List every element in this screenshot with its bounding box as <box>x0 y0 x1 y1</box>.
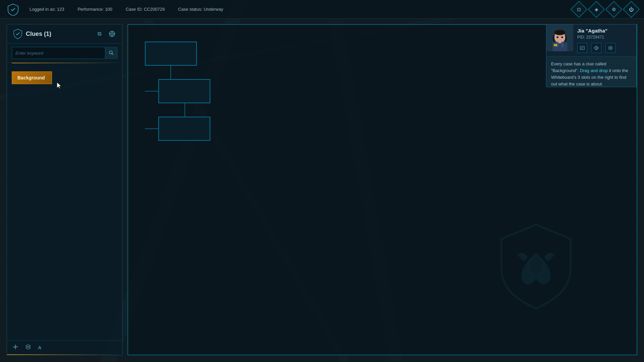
flow-slot-3[interactable] <box>158 117 210 141</box>
avatar-image <box>546 24 573 51</box>
svg-point-27 <box>595 46 598 50</box>
flow-slot-2[interactable] <box>158 79 210 103</box>
info-id-block: Jia "Agatha" PID: 23729471 <box>573 24 636 56</box>
clues-header: Clues (1) ⧉ <box>7 24 122 44</box>
app-logo <box>7 3 19 16</box>
performance-label: Performance: 100 <box>77 7 112 12</box>
logged-in-label: Logged in as: 123 <box>30 7 64 12</box>
info-panel-body: Every case has a clue called "Background… <box>546 57 636 87</box>
clues-list: Background <box>7 67 122 340</box>
svg-point-28 <box>596 47 597 49</box>
clue-label: Background <box>17 75 45 80</box>
gear-button[interactable] <box>591 43 601 53</box>
screen-icon: ⊡ <box>577 7 581 12</box>
exit-icon: ⏻ <box>629 7 634 12</box>
svg-point-18 <box>554 30 565 35</box>
search-box <box>12 47 117 59</box>
clues-header-icons: ⧉ <box>95 29 117 39</box>
info-panel: Jia "Agatha" PID: 23729471 <box>546 24 637 87</box>
clues-bottom-bar: A <box>7 340 122 354</box>
svg-point-19 <box>556 37 558 38</box>
svg-rect-24 <box>580 46 584 50</box>
svg-point-20 <box>561 37 563 38</box>
diamond-button[interactable]: ◈ <box>588 1 605 18</box>
svg-point-1 <box>111 33 113 35</box>
flow-connector-v1 <box>170 66 171 79</box>
svg-point-13 <box>530 257 542 274</box>
flowchart-row-1 <box>145 42 197 66</box>
svg-point-8 <box>111 53 112 54</box>
id-card-button[interactable] <box>577 43 587 53</box>
svg-rect-15 <box>552 42 567 51</box>
text-icon[interactable]: A <box>38 345 42 350</box>
search-input[interactable] <box>12 51 105 56</box>
settings-button[interactable]: ⚙ <box>605 1 623 18</box>
svg-point-35 <box>610 48 611 48</box>
top-bar: Logged in as: 123 Performance: 100 Case … <box>0 0 644 19</box>
info-pid: PID: 23729471 <box>577 35 632 40</box>
filter-settings-button[interactable] <box>107 29 117 39</box>
top-bar-icons: ⊡ ◈ ⚙ ⏻ <box>573 3 637 15</box>
avatar <box>546 24 573 51</box>
search-button[interactable] <box>105 47 117 59</box>
target-button[interactable] <box>605 43 615 53</box>
clues-panel-logo <box>12 28 23 39</box>
layers-icon[interactable] <box>25 344 31 351</box>
shield-watermark <box>489 221 583 314</box>
flow-connector-h2 <box>145 128 158 129</box>
flow-slot-1[interactable] <box>145 42 197 66</box>
copy-button[interactable]: ⧉ <box>95 29 104 39</box>
flowchart <box>145 42 210 141</box>
clues-title: Clues (1) <box>26 31 92 38</box>
clue-background[interactable]: Background <box>12 71 52 84</box>
case-status-label: Case status: Underway <box>178 7 223 12</box>
info-name: Jia "Agatha" <box>577 28 632 34</box>
top-bar-info: Logged in as: 123 Performance: 100 Case … <box>30 7 223 12</box>
screen-toggle-button[interactable]: ⊡ <box>571 1 588 18</box>
case-id-label: Case ID: CC200729 <box>126 7 165 12</box>
diamond-icon: ◈ <box>595 7 598 12</box>
svg-rect-22 <box>561 42 563 47</box>
svg-line-7 <box>112 54 113 55</box>
flow-connector-h1 <box>145 91 158 92</box>
clues-search <box>7 44 122 63</box>
info-panel-header: Jia "Agatha" PID: 23729471 <box>546 24 636 57</box>
add-clue-icon[interactable] <box>12 344 18 351</box>
exit-button[interactable]: ⏻ <box>623 1 640 18</box>
clues-panel: Clues (1) ⧉ <box>7 24 122 355</box>
gear-icon: ⚙ <box>612 7 616 12</box>
svg-rect-23 <box>554 44 557 46</box>
info-action-icons <box>577 43 632 53</box>
flow-connector-v2 <box>184 103 185 117</box>
highlight-text: Drag and drop <box>580 68 608 73</box>
